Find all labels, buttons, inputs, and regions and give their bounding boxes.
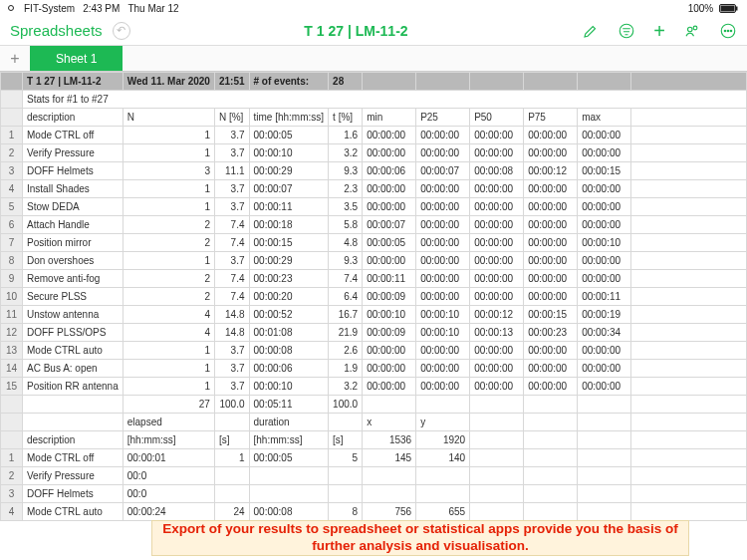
dot-icon bbox=[8, 5, 14, 11]
add-sheet-button[interactable]: + bbox=[0, 46, 30, 71]
battery-icon bbox=[719, 4, 739, 13]
svg-point-9 bbox=[730, 30, 732, 32]
svg-rect-1 bbox=[721, 6, 735, 12]
doc-title: T 1 27 | LM-11-2 bbox=[140, 23, 573, 39]
table-row[interactable]: 15Position RR antenna13.700:00:103.200:0… bbox=[1, 378, 747, 396]
more-icon[interactable] bbox=[719, 22, 737, 40]
tab-sheet1[interactable]: Sheet 1 bbox=[30, 46, 123, 71]
status-time: 2:43 PM bbox=[83, 3, 120, 14]
status-bar: FIT-System 2:43 PM Thu Mar 12 100% bbox=[0, 0, 747, 16]
table-row[interactable]: 11Unstow antenna414.800:00:5216.700:00:1… bbox=[1, 306, 747, 324]
undo-button[interactable]: ↶ bbox=[113, 22, 130, 40]
table-row[interactable]: 14AC Bus A: open13.700:00:061.900:00:000… bbox=[1, 360, 747, 378]
table-row[interactable]: 10Secure PLSS27.400:00:206.400:00:0900:0… bbox=[1, 288, 747, 306]
collab-icon[interactable] bbox=[683, 22, 701, 40]
table-row[interactable]: 1Mode CTRL off13.700:00:051.600:00:0000:… bbox=[1, 127, 747, 144]
table-row[interactable]: 1Mode CTRL off00:00:01100:00:055145140 bbox=[1, 449, 747, 467]
table-row[interactable]: 12DOFF PLSS/OPS414.800:01:0821.900:00:09… bbox=[1, 324, 747, 342]
app-name: FIT-System bbox=[24, 3, 75, 14]
table-row[interactable]: 4Mode CTRL auto00:00:242400:00:088756655 bbox=[1, 503, 747, 521]
status-date: Thu Mar 12 bbox=[127, 3, 178, 14]
total-row[interactable]: 27100.000:05:11100.0 bbox=[1, 396, 747, 414]
stats-row[interactable]: Stats for #1 to #27 bbox=[1, 91, 747, 109]
sheet-tabs: + Sheet 1 bbox=[0, 46, 747, 72]
table-row[interactable]: 3DOFF Helmets311.100:00:299.300:00:0600:… bbox=[1, 162, 747, 180]
svg-point-3 bbox=[621, 24, 634, 38]
svg-point-5 bbox=[693, 26, 697, 30]
table-row[interactable]: 13Mode CTRL auto13.700:00:082.600:00:000… bbox=[1, 342, 747, 360]
brush-icon[interactable] bbox=[582, 22, 600, 40]
table-row[interactable]: 8Don overshoes13.700:00:299.300:00:0000:… bbox=[1, 252, 747, 270]
table-row[interactable]: 7Position mirror27.400:00:154.800:00:050… bbox=[1, 234, 747, 252]
table-row[interactable]: 2Verify Pressure00:0 bbox=[1, 467, 747, 485]
table-row[interactable]: 5Stow DEDA13.700:00:113.500:00:0000:00:0… bbox=[1, 198, 747, 216]
svg-point-7 bbox=[724, 30, 726, 32]
section-headers[interactable]: elapsedduration xy bbox=[1, 414, 747, 431]
back-button[interactable]: Spreadsheets bbox=[10, 22, 103, 39]
toolbar: Spreadsheets ↶ T 1 27 | LM-11-2 + bbox=[0, 16, 747, 46]
table-row[interactable]: 3DOFF Helmets00:0 bbox=[1, 485, 747, 503]
section-cols[interactable]: description[hh:mm:ss][s][hh:mm:ss][s] 15… bbox=[1, 431, 747, 449]
svg-point-8 bbox=[727, 30, 729, 32]
filter-icon[interactable] bbox=[618, 22, 635, 40]
svg-point-4 bbox=[688, 27, 693, 32]
table-row[interactable]: 9Remove anti-fog27.400:00:237.400:00:110… bbox=[1, 270, 747, 288]
column-headers[interactable]: descriptionNN [%]time [hh:mm:ss]t [%]min… bbox=[1, 109, 747, 127]
info-overlay: Export of your results to spreadsheet or… bbox=[151, 520, 689, 556]
table-row[interactable]: 6Attach Handle27.400:00:185.800:00:0700:… bbox=[1, 216, 747, 234]
table-row[interactable]: 4Install Shades13.700:00:072.300:00:0000… bbox=[1, 180, 747, 198]
battery-status: 100% bbox=[688, 3, 739, 14]
spreadsheet-grid[interactable]: T 1 27 | LM-11-2 Wed 11. Mar 2020 21:51 … bbox=[0, 72, 747, 560]
svg-rect-2 bbox=[736, 7, 738, 11]
table-row[interactable]: 2Verify Pressure13.700:00:103.200:00:000… bbox=[1, 144, 747, 162]
title-row: T 1 27 | LM-11-2 Wed 11. Mar 2020 21:51 … bbox=[1, 73, 747, 91]
add-button[interactable]: + bbox=[653, 21, 665, 41]
